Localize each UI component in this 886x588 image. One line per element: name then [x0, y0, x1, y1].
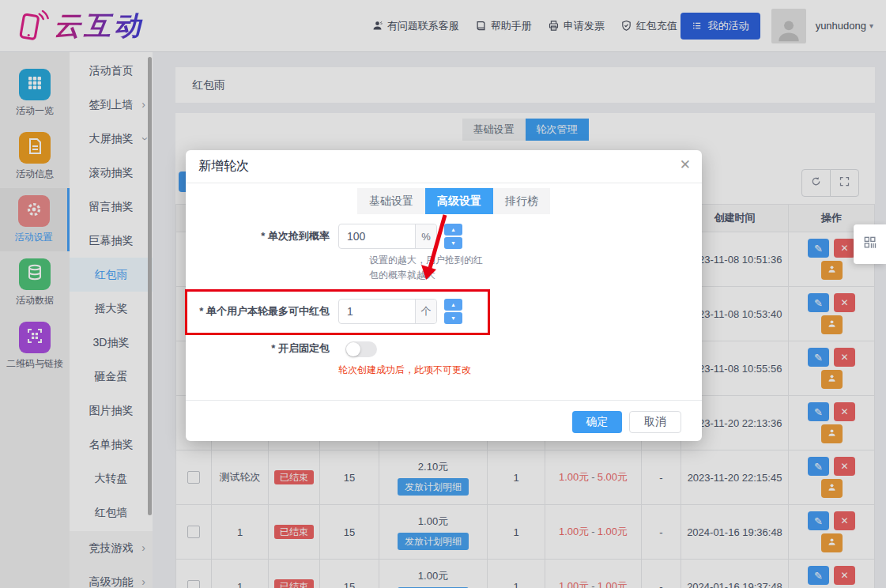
- modal-footer-divider: [186, 400, 702, 401]
- probability-label: * 单次抢到概率: [186, 224, 330, 249]
- modal-title: 新增轮次: [198, 158, 249, 175]
- fixed-packet-warning: 轮次创建成功后，此项不可更改: [338, 364, 471, 377]
- max-packets-suffix: 个: [415, 300, 436, 323]
- modal-header: 新增轮次: [186, 150, 702, 183]
- probability-input-group: %: [338, 224, 437, 249]
- stepper-down-icon[interactable]: ▼: [444, 237, 462, 249]
- max-packets-stepper: ▲ ▼: [444, 299, 462, 324]
- fixed-packet-toggle[interactable]: [345, 341, 377, 357]
- modal-tab-advanced[interactable]: 高级设置: [425, 188, 493, 214]
- max-packets-input-group: 个: [338, 299, 437, 324]
- column-settings-button[interactable]: [854, 224, 886, 264]
- probability-stepper: ▲ ▼: [444, 224, 462, 249]
- modal-tab-ranking[interactable]: 排行榜: [493, 188, 550, 214]
- stepper-up-icon[interactable]: ▲: [444, 224, 462, 236]
- confirm-button[interactable]: 确定: [572, 411, 622, 433]
- max-packets-input[interactable]: [339, 300, 415, 323]
- max-packets-label: * 单个用户本轮最多可中红包: [186, 299, 330, 324]
- stepper-down-icon[interactable]: ▼: [444, 312, 462, 324]
- fixed-packet-label: * 开启固定包: [186, 337, 330, 360]
- modal-tabs: 基础设置 高级设置 排行榜: [357, 188, 550, 214]
- modal-tab-basic[interactable]: 基础设置: [357, 188, 425, 214]
- probability-help-text: 设置的越大，用户抢到的红包的概率就越大: [369, 253, 489, 283]
- cancel-button[interactable]: 取消: [629, 411, 681, 433]
- stepper-up-icon[interactable]: ▲: [444, 299, 462, 311]
- columns-icon: [862, 235, 878, 254]
- app-root: 云互动 有问题联系客服帮助手册申请发票红包充值 我的活动 yunhudong ▾…: [0, 0, 886, 588]
- add-round-modal: 新增轮次 ✕ 基础设置 高级设置 排行榜 * 单次抢到概率 % ▲ ▼ 设置的越…: [186, 150, 702, 441]
- probability-input[interactable]: [339, 224, 415, 248]
- probability-suffix: %: [415, 224, 436, 248]
- toggle-knob: [346, 342, 360, 356]
- close-icon[interactable]: ✕: [680, 158, 691, 172]
